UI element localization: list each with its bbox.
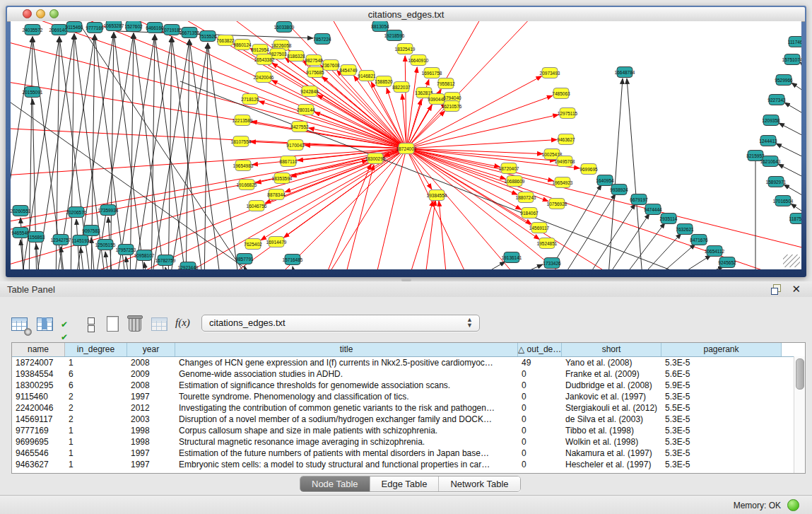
table-cell[interactable]: 1 (65, 459, 127, 470)
network-node[interactable]: 2367608 (322, 60, 340, 71)
table-cell[interactable]: Nakamura et al. (1997) (562, 448, 661, 459)
network-node[interactable]: 7632621 (676, 224, 694, 235)
network-node[interactable]: 22420046 (254, 72, 274, 83)
table-cell[interactable]: Changes of HCN gene expression and I(f) … (175, 357, 518, 368)
network-node[interactable]: 15716485 (283, 255, 303, 265)
table-cell[interactable]: 1 (65, 425, 127, 436)
table-cell[interactable]: 0 (518, 391, 562, 402)
table-cell[interactable]: Corpus callosum shape and size in male p… (175, 425, 518, 436)
network-node[interactable]: 9474444 (644, 204, 662, 215)
network-node[interactable]: 12342757 (51, 235, 71, 245)
network-node[interactable]: 8471676 (690, 235, 708, 245)
table-cell[interactable]: 2 (65, 402, 127, 414)
network-node[interactable]: 19495768 (555, 156, 575, 167)
network-node[interactable]: 7625402 (244, 239, 262, 250)
table-cell[interactable]: 2008 (127, 380, 175, 391)
network-node[interactable]: 16640910 (408, 55, 429, 66)
network-node[interactable]: 19654983 (233, 160, 254, 171)
network-node[interactable]: 8867110 (280, 156, 298, 167)
network-node[interactable]: 8822037 (392, 82, 411, 93)
network-node[interactable]: 18300295 (365, 153, 386, 164)
network-node[interactable]: 9146821 (358, 71, 376, 81)
table-cell[interactable]: 5.3E-5 (661, 459, 782, 470)
network-node[interactable]: 18807243 (516, 192, 536, 203)
tab-network-table[interactable]: Network Table (439, 477, 519, 491)
network-node[interactable]: 1733426 (543, 258, 561, 269)
network-node[interactable]: 1209358 (762, 115, 780, 126)
table-cell[interactable]: Tourette syndrome. Phenomenology and cla… (175, 391, 518, 402)
network-node[interactable]: 9115460 (66, 22, 83, 33)
network-node[interactable]: 20206576 (66, 207, 87, 218)
table-cell[interactable]: 9777169 (12, 425, 65, 436)
network-node[interactable]: 2803144 (297, 105, 315, 115)
float-panel-icon[interactable] (771, 284, 781, 294)
table-cell[interactable]: 19384554 (12, 368, 65, 380)
network-node[interactable]: 18107554 (231, 136, 252, 147)
network-node[interactable]: 16671355 (180, 28, 200, 38)
network-node[interactable]: 17359934 (98, 205, 119, 216)
network-frame-titlebar[interactable]: citations_edges.txt (7, 7, 805, 22)
network-node[interactable]: 19136141 (502, 252, 522, 263)
network-node[interactable]: 10756928 (547, 199, 567, 209)
network-node[interactable]: 9699695 (579, 164, 598, 175)
table-cell[interactable]: 0 (518, 402, 562, 414)
table-vertical-scrollbar[interactable] (794, 356, 805, 473)
table-cell[interactable]: Genome-wide association studies in ADHD. (175, 368, 518, 380)
table-cell[interactable]: 6 (65, 368, 127, 380)
tab-edge-table[interactable]: Edge Table (370, 477, 440, 491)
row-height-button[interactable] (82, 317, 102, 335)
network-node[interactable]: 8427552 (290, 122, 309, 132)
network-node[interactable]: 10654112 (705, 246, 725, 257)
column-header-pagerank[interactable]: pagerank (661, 343, 782, 356)
network-node[interactable]: 1156863 (28, 232, 45, 243)
network-node[interactable]: 9227343 (767, 95, 786, 105)
import-table-button[interactable] (150, 315, 170, 334)
table-cell[interactable]: 6 (65, 380, 127, 391)
select-columns-button[interactable]: ✔✔ (61, 317, 81, 336)
table-cell[interactable]: Tibbo et al. (1998) (562, 425, 661, 436)
table-cell[interactable]: 1997 (127, 391, 175, 402)
table-cell[interactable]: Franke et al. (2009) (562, 368, 661, 380)
network-view-frame[interactable]: citations_edges.txt 24035572206914069115… (6, 6, 806, 277)
table-cell[interactable]: Estimation of significance thresholds fo… (175, 380, 518, 391)
table-cell[interactable]: 0 (518, 425, 562, 436)
table-row[interactable]: 911546021997Tourette syndrome. Phenomeno… (12, 391, 805, 402)
network-node[interactable]: 19218596 (384, 30, 405, 41)
table-cell[interactable]: Investigating the contribution of common… (175, 402, 518, 414)
network-node[interactable]: 7515526 (199, 31, 217, 42)
table-cell[interactable]: 1997 (127, 459, 175, 470)
table-cell[interactable]: 1 (65, 436, 127, 448)
network-node[interactable]: 16543382 (254, 54, 275, 65)
column-header-out_de[interactable]: △ out_de… (518, 343, 562, 356)
table-row[interactable]: 969969511998Structural magnetic resonanc… (12, 436, 805, 448)
network-node[interactable]: 16033809 (274, 22, 295, 33)
network-node[interactable]: 2935114 (660, 214, 678, 224)
network-node[interactable]: 1527602 (124, 21, 143, 32)
table-cell[interactable]: 5.3E-5 (661, 436, 782, 448)
column-header-name[interactable]: name (12, 343, 65, 356)
network-node[interactable]: 16648784 (615, 67, 635, 78)
network-node[interactable]: 18724007 (396, 144, 417, 154)
table-cell[interactable]: Wolkin et al. (1998) (562, 436, 661, 448)
network-node[interactable]: 1145193 (72, 235, 90, 246)
table-row[interactable]: 977716911998Corpus callosum shape and si… (12, 425, 805, 436)
network-node[interactable]: 14569117 (529, 223, 550, 233)
table-cell[interactable]: 22420046 (12, 402, 65, 414)
network-node[interactable]: 1640954 (596, 175, 614, 186)
table-row[interactable]: 1830029562008Estimation of significance … (12, 380, 805, 391)
table-row[interactable]: 1872400712008Changes of HCN gene express… (12, 357, 805, 368)
network-node[interactable]: 9175685 (306, 67, 324, 78)
network-node[interactable]: 15892971 (766, 177, 787, 187)
network-node[interactable]: 19166825 (237, 180, 257, 190)
network-node[interactable]: 8186328 (287, 51, 305, 62)
table-cell[interactable]: 0 (518, 380, 562, 391)
table-cell[interactable]: 5.6E-5 (661, 368, 782, 380)
network-node[interactable]: 9938924 (610, 185, 628, 195)
table-cell[interactable]: 18300295 (12, 380, 65, 391)
table-cell[interactable]: 5.3E-5 (661, 448, 782, 459)
create-column-button[interactable] (103, 315, 123, 334)
network-node[interactable]: 7955812 (437, 78, 455, 89)
table-row[interactable]: 946554611997Estimation of the future num… (12, 448, 805, 459)
table-cell[interactable]: 5.5E-5 (661, 402, 782, 414)
network-node[interactable]: 18325419 (395, 44, 416, 54)
